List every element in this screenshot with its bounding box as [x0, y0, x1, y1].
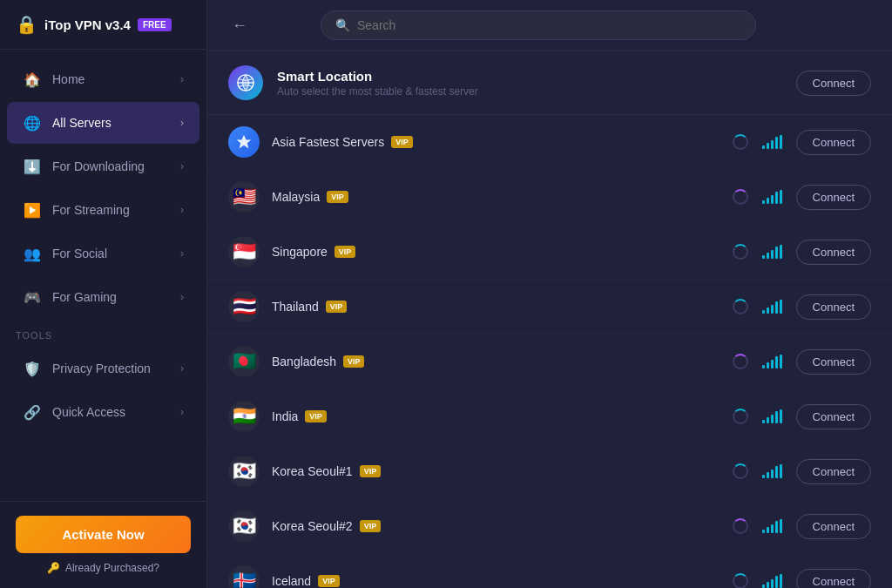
sidebar-item-label: For Gaming — [52, 290, 170, 304]
server-row-malaysia[interactable]: 🇲🇾MalaysiaVIPConnect — [207, 170, 892, 225]
loading-indicator — [733, 409, 748, 424]
chevron-right-icon: › — [180, 362, 184, 375]
signal-bar — [767, 417, 769, 423]
server-row-iceland[interactable]: 🇮🇸IcelandVIPConnect — [207, 554, 892, 588]
server-row-india[interactable]: 🇮🇳IndiaVIPConnect — [207, 389, 892, 444]
signal-bar — [771, 195, 774, 204]
signal-bars — [762, 464, 782, 478]
connect-button-malaysia[interactable]: Connect — [796, 185, 871, 210]
signal-bars — [762, 135, 782, 149]
server-name-iceland: IcelandVIP — [272, 574, 720, 588]
signal-bar — [762, 145, 765, 149]
signal-bar — [775, 247, 778, 259]
quick-access-icon: 🔗 — [23, 402, 42, 422]
smart-location-subtitle: Auto select the most stable & fastest se… — [277, 85, 782, 98]
sidebar-item-label: For Social — [52, 247, 170, 260]
server-row-korea-seoul-1[interactable]: 🇰🇷Korea Seoul#1VIPConnect — [207, 444, 892, 499]
server-name-malaysia: MalaysiaVIP — [272, 190, 720, 204]
signal-bar — [775, 356, 778, 368]
connect-button-india[interactable]: Connect — [796, 404, 871, 429]
vip-badge: VIP — [326, 301, 348, 313]
loading-indicator — [733, 518, 748, 534]
sidebar-item-for-social[interactable]: 👥 For Social › — [7, 233, 199, 274]
gaming-icon: 🎮 — [23, 287, 42, 307]
search-bar: 🔍 — [321, 10, 756, 40]
signal-bar — [775, 411, 778, 423]
sidebar-item-quick-access[interactable]: 🔗 Quick Access › — [7, 391, 199, 433]
sidebar-item-for-streaming[interactable]: ▶️ For Streaming › — [7, 189, 199, 231]
connect-button-asia-fastest[interactable]: Connect — [796, 130, 871, 155]
streaming-icon: ▶️ — [23, 200, 42, 220]
signal-bar — [771, 524, 774, 533]
server-row-thailand[interactable]: 🇹🇭ThailandVIPConnect — [207, 280, 892, 335]
connect-button-iceland[interactable]: Connect — [796, 569, 871, 589]
vip-badge: VIP — [391, 136, 413, 148]
signal-bar — [780, 190, 782, 204]
signal-bar — [771, 415, 774, 423]
privacy-icon: 🛡️ — [23, 359, 42, 378]
app-title: iTop VPN v3.4 — [44, 17, 131, 32]
sidebar-item-privacy-protection[interactable]: 🛡️ Privacy Protection › — [7, 348, 199, 389]
connect-button-singapore[interactable]: Connect — [796, 240, 871, 265]
key-icon: 🔑 — [47, 562, 60, 574]
download-icon: ⬇️ — [23, 157, 42, 176]
sidebar-item-label: Home — [52, 72, 170, 86]
loading-indicator — [733, 134, 748, 150]
connect-button-bangladesh[interactable]: Connect — [796, 349, 871, 375]
sidebar-item-for-gaming[interactable]: 🎮 For Gaming › — [7, 276, 199, 318]
signal-bar — [767, 143, 769, 149]
server-rows-container: Asia Fastest ServersVIPConnect🇲🇾Malaysia… — [207, 115, 892, 588]
chevron-right-icon: › — [180, 247, 184, 260]
asia-fastest-icon — [228, 126, 260, 158]
sidebar-nav: 🏠 Home › 🌐 All Servers › ⬇️ For Download… — [0, 50, 206, 501]
home-icon: 🏠 — [23, 70, 42, 89]
server-name-korea-seoul-2: Korea Seoul#2VIP — [272, 519, 720, 533]
search-input[interactable] — [357, 18, 741, 32]
sidebar-item-label: Privacy Protection — [52, 362, 170, 375]
back-button[interactable]: ← — [225, 13, 254, 38]
connect-button-thailand[interactable]: Connect — [796, 294, 871, 320]
smart-location-connect-button[interactable]: Connect — [796, 71, 871, 96]
signal-bars — [762, 519, 782, 533]
server-row-korea-seoul-2[interactable]: 🇰🇷Korea Seoul#2VIPConnect — [207, 499, 892, 554]
sidebar-item-label: For Downloading — [52, 159, 170, 173]
flag-iceland: 🇮🇸 — [228, 565, 260, 588]
signal-bar — [780, 519, 782, 533]
server-row-bangladesh[interactable]: 🇧🇩BangladeshVIPConnect — [207, 335, 892, 389]
server-row-asia-fastest[interactable]: Asia Fastest ServersVIPConnect — [207, 115, 892, 170]
loading-indicator — [733, 299, 748, 314]
vip-badge: VIP — [318, 575, 340, 587]
activate-button[interactable]: Activate Now — [16, 516, 191, 553]
sidebar-item-label: Quick Access — [52, 405, 170, 419]
chevron-right-icon: › — [180, 160, 184, 172]
loading-indicator — [733, 354, 748, 369]
flag-bangladesh: 🇧🇩 — [228, 346, 260, 377]
signal-bars — [762, 355, 782, 368]
signal-bar — [767, 582, 769, 588]
signal-bar — [775, 576, 778, 588]
loading-indicator — [733, 189, 748, 205]
connect-button-korea-seoul-1[interactable]: Connect — [796, 459, 871, 484]
smart-location-title: Smart Location — [277, 69, 782, 84]
chevron-right-icon: › — [180, 117, 184, 129]
sidebar-item-home[interactable]: 🏠 Home › — [7, 58, 199, 100]
sidebar-item-all-servers[interactable]: 🌐 All Servers › — [7, 102, 199, 144]
signal-bar — [775, 301, 778, 314]
search-icon: 🔍 — [335, 18, 350, 32]
server-list: Smart Location Auto select the most stab… — [207, 51, 892, 588]
flag-korea-seoul-1: 🇰🇷 — [228, 456, 260, 487]
signal-bar — [780, 464, 782, 478]
main-content: ← 🔍 Smart Location Auto select the most — [207, 0, 892, 588]
signal-bar — [762, 365, 765, 368]
all-servers-icon: 🌐 — [23, 113, 42, 132]
connect-button-korea-seoul-2[interactable]: Connect — [796, 514, 871, 539]
signal-bar — [775, 521, 778, 533]
already-purchased-link[interactable]: 🔑 Already Purchased? — [16, 562, 191, 574]
signal-bar — [771, 360, 774, 368]
signal-bar — [762, 200, 765, 204]
smart-location-row[interactable]: Smart Location Auto select the most stab… — [207, 51, 892, 115]
server-row-singapore[interactable]: 🇸🇬SingaporeVIPConnect — [207, 225, 892, 280]
flag-singapore: 🇸🇬 — [228, 236, 260, 267]
vip-badge: VIP — [360, 465, 382, 477]
sidebar-item-for-downloading[interactable]: ⬇️ For Downloading › — [7, 145, 199, 187]
